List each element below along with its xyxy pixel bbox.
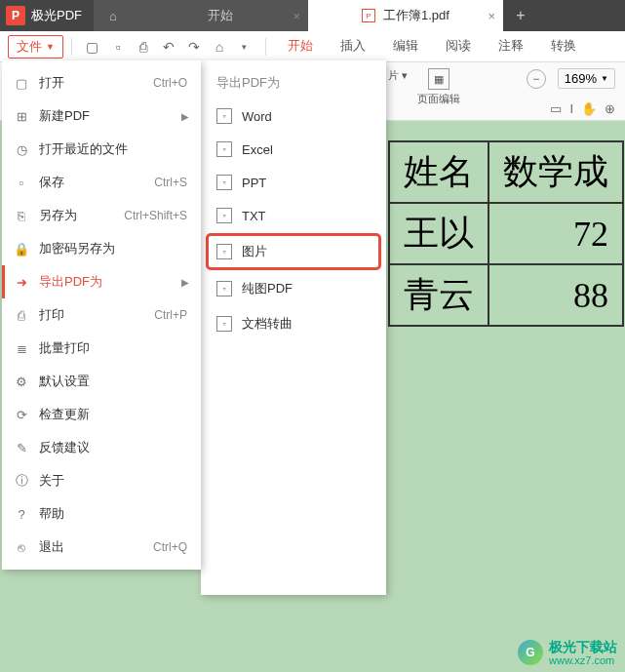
export-submenu: 导出PDF为 ▫Word▫Excel▫PPT▫TXT▫图片▫纯图PDF▫文档转曲 bbox=[201, 60, 386, 595]
export-item[interactable]: ▫Excel bbox=[201, 133, 386, 166]
tool-icon[interactable]: ▭ bbox=[550, 101, 562, 116]
file-menu-item[interactable]: ⊞新建PDF▶ bbox=[2, 99, 201, 133]
menu-item-label: 打开最近的文件 bbox=[39, 140, 128, 158]
plus-icon: + bbox=[516, 7, 525, 24]
print-icon[interactable]: ⎙ bbox=[135, 38, 152, 56]
update-icon: ⟳ bbox=[14, 407, 29, 422]
home-toolbar-icon[interactable]: ⌂ bbox=[211, 38, 228, 56]
more-icon[interactable]: ▾ bbox=[236, 38, 254, 56]
export-item[interactable]: ▫文档转曲 bbox=[201, 306, 386, 341]
filetype-icon: ▫ bbox=[216, 316, 232, 332]
zoom-value[interactable]: 169% ▼ bbox=[558, 68, 615, 89]
file-button[interactable]: 文件 ▼ bbox=[8, 35, 63, 59]
tab-document[interactable]: P 工作簿1.pdf × bbox=[308, 0, 503, 31]
file-menu-item[interactable]: ⎘另存为Ctrl+Shift+S bbox=[2, 199, 201, 232]
file-menu-item[interactable]: ◷打开最近的文件 bbox=[2, 133, 201, 166]
export-item-label: 图片 bbox=[242, 243, 267, 260]
file-menu-item[interactable]: ?帮助 bbox=[2, 497, 201, 531]
export-item-label: PPT bbox=[242, 176, 266, 190]
menu-tab-annotate[interactable]: 注释 bbox=[496, 31, 526, 62]
file-menu-item[interactable]: ✎反馈建议 bbox=[2, 431, 201, 464]
export-item-label: Excel bbox=[242, 142, 273, 157]
watermark-name: 极光下载站 bbox=[549, 640, 617, 654]
menu-item-label: 帮助 bbox=[39, 505, 64, 523]
menu-item-label: 退出 bbox=[39, 538, 64, 556]
separator bbox=[71, 38, 72, 56]
filetype-icon: ▫ bbox=[216, 281, 232, 296]
menu-item-label: 反馈建议 bbox=[39, 439, 90, 456]
export-item[interactable]: ▫Word bbox=[201, 99, 386, 133]
file-menu-item[interactable]: ▢打开Ctrl+O bbox=[2, 66, 201, 99]
save-icon[interactable]: ▫ bbox=[109, 38, 127, 56]
file-menu-item[interactable]: ➜导出PDF为▶ bbox=[2, 265, 201, 298]
undo-icon[interactable]: ↶ bbox=[160, 38, 177, 56]
grid-icon: ▦ bbox=[428, 68, 449, 90]
ribbon-page-edit[interactable]: ▦ 页面编辑 bbox=[417, 68, 460, 106]
file-menu-item[interactable]: ⎙打印Ctrl+P bbox=[2, 298, 201, 332]
zoom-controls: − 169% ▼ bbox=[527, 68, 615, 89]
redo-icon[interactable]: ↷ bbox=[185, 38, 203, 56]
menu-item-label: 打开 bbox=[39, 74, 64, 92]
export-item[interactable]: ▫TXT bbox=[201, 199, 386, 232]
export-item-label: 文档转曲 bbox=[242, 315, 293, 333]
chevron-down-icon: ▼ bbox=[601, 74, 608, 83]
menu-tab-insert[interactable]: 插入 bbox=[338, 31, 368, 62]
watermark-url: www.xz7.com bbox=[549, 654, 617, 666]
file-menu-item[interactable]: ▫保存Ctrl+S bbox=[2, 166, 201, 199]
tool-icon[interactable]: ✋ bbox=[581, 101, 597, 116]
ribbon-tools: ▭ I ✋ ⊕ bbox=[550, 101, 615, 116]
menu-item-label: 关于 bbox=[39, 472, 64, 490]
batch-icon: ≣ bbox=[14, 340, 29, 356]
chevron-down-icon: ▼ bbox=[46, 42, 55, 52]
menu-tabs: 开始 插入 编辑 阅读 注释 转换 bbox=[286, 31, 578, 62]
ribbon-group: 片 ▾ ▦ 页面编辑 bbox=[388, 68, 460, 106]
ribbon-label: 片 ▾ bbox=[388, 68, 408, 83]
exit-icon: ⎋ bbox=[14, 539, 29, 555]
tab-home[interactable]: ⌂ bbox=[94, 0, 133, 31]
tool-icon[interactable]: ⊕ bbox=[605, 101, 615, 116]
file-menu-item[interactable]: ⎋退出Ctrl+Q bbox=[2, 531, 201, 564]
menu-item-label: 批量打印 bbox=[39, 339, 90, 357]
close-icon[interactable]: × bbox=[293, 9, 300, 23]
export-item[interactable]: ▫PPT bbox=[201, 166, 386, 199]
menu-tab-read[interactable]: 阅读 bbox=[444, 31, 473, 62]
file-menu-item[interactable]: ⚙默认设置 bbox=[2, 365, 201, 398]
file-button-label: 文件 bbox=[17, 38, 42, 56]
tool-icon[interactable]: I bbox=[569, 101, 573, 116]
toolbar: 文件 ▼ ▢ ▫ ⎙ ↶ ↷ ⌂ ▾ 开始 插入 编辑 阅读 注释 转换 bbox=[0, 31, 625, 62]
file-menu: ▢打开Ctrl+O⊞新建PDF▶◷打开最近的文件▫保存Ctrl+S⎘另存为Ctr… bbox=[2, 60, 201, 570]
menu-item-label: 新建PDF bbox=[39, 107, 90, 125]
table-row: 青云 88 bbox=[389, 264, 623, 326]
tab-label: 开始 bbox=[208, 7, 233, 24]
save-icon: ▫ bbox=[14, 175, 29, 190]
file-menu-item[interactable]: 🔒加密码另存为 bbox=[2, 232, 201, 265]
tab-start[interactable]: 开始 × bbox=[133, 0, 308, 31]
tab-add[interactable]: + bbox=[503, 0, 538, 31]
close-icon[interactable]: × bbox=[488, 9, 495, 23]
menu-item-label: 默认设置 bbox=[39, 373, 90, 390]
shortcut: Ctrl+Shift+S bbox=[124, 209, 187, 222]
title-bar: P 极光PDF ⌂ 开始 × P 工作簿1.pdf × + bbox=[0, 0, 625, 31]
watermark-logo-icon: G bbox=[518, 640, 543, 665]
menu-tab-edit[interactable]: 编辑 bbox=[391, 31, 420, 62]
ribbon-pic[interactable]: 片 ▾ bbox=[388, 68, 408, 83]
home-icon: ⌂ bbox=[109, 9, 117, 23]
export-item[interactable]: ▫纯图PDF bbox=[201, 271, 386, 306]
export-icon: ➜ bbox=[14, 274, 29, 290]
file-menu-item[interactable]: ⓘ关于 bbox=[2, 464, 201, 497]
table-cell: 88 bbox=[488, 264, 623, 326]
export-item[interactable]: ▫图片 bbox=[207, 234, 380, 269]
open-icon[interactable]: ▢ bbox=[84, 38, 101, 56]
clock-icon: ◷ bbox=[14, 141, 29, 157]
file-menu-item[interactable]: ⟳检查更新 bbox=[2, 398, 201, 431]
filetype-icon: ▫ bbox=[216, 175, 232, 190]
file-menu-item[interactable]: ≣批量打印 bbox=[2, 332, 201, 365]
zoom-out-icon[interactable]: − bbox=[527, 69, 546, 89]
menu-tab-convert[interactable]: 转换 bbox=[549, 31, 578, 62]
menu-tab-start[interactable]: 开始 bbox=[286, 31, 315, 62]
menu-item-label: 另存为 bbox=[39, 207, 77, 224]
table: 姓名 数学成 王以 72 青云 88 bbox=[388, 140, 624, 327]
watermark: G 极光下载站 www.xz7.com bbox=[518, 640, 617, 666]
menu-item-label: 导出PDF为 bbox=[39, 273, 102, 291]
menu-item-label: 打印 bbox=[39, 306, 64, 324]
